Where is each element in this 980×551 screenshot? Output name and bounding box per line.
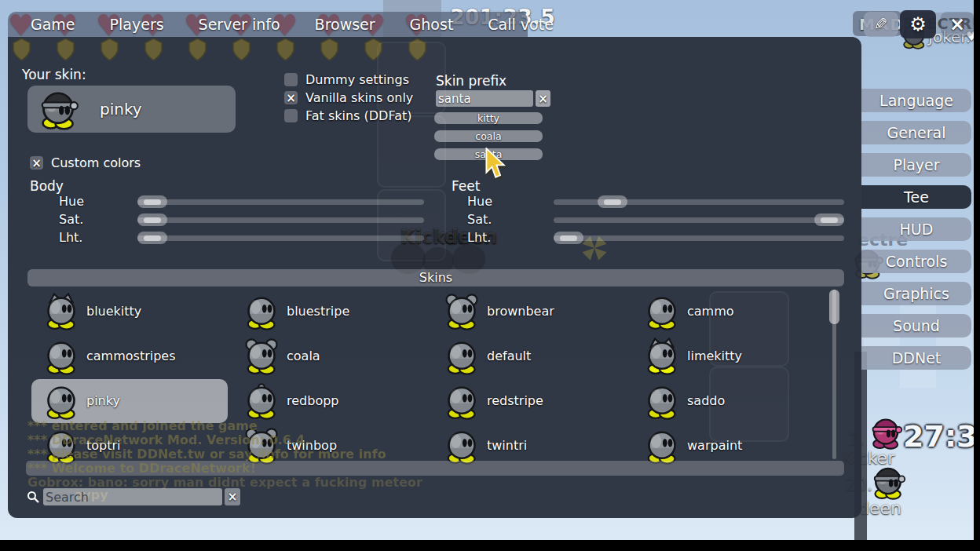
option-label: Dummy settings: [305, 72, 409, 87]
spectator-tee-deen: [870, 464, 906, 503]
tab-player[interactable]: Player: [861, 153, 971, 177]
gear-icon: ⚙: [909, 13, 927, 35]
skin-item-coala[interactable]: coala: [232, 334, 428, 378]
slider-handle-grip: [560, 235, 577, 241]
prefix-suggestion-kitty[interactable]: kitty: [434, 112, 543, 124]
tab-ddnet[interactable]: DDNet: [861, 346, 971, 370]
current-skin-box[interactable]: pinky: [27, 86, 236, 133]
spectator-time: 27:37: [903, 419, 980, 454]
chat-line: *** DDraceNetwork Mod. Version: 0.6.4,: [27, 432, 309, 447]
search-input-wrap: [43, 488, 222, 505]
skin-item-name: cammostripes: [86, 348, 176, 363]
settings-button: ⚙: [900, 10, 936, 38]
skin-item-name: pinky: [86, 393, 120, 408]
slider-label-lht: Lht.: [59, 230, 82, 245]
letterbox-right: [974, 0, 980, 551]
skin-item-pinky[interactable]: pinky: [31, 379, 228, 423]
pencil-icon: ✎: [874, 15, 888, 34]
skin-item-cammo[interactable]: cammo: [632, 290, 828, 334]
tab-tee[interactable]: Tee: [861, 185, 971, 209]
letterbox-bottom: [0, 540, 980, 551]
slider-label-sat: Sat.: [467, 212, 492, 227]
menu-tab-players[interactable]: Players: [110, 16, 164, 33]
skin-prefix-clear-button[interactable]: ×: [536, 90, 550, 107]
option-label: Fat skins (DDFat): [305, 108, 411, 123]
slider-handle[interactable]: [137, 232, 167, 244]
slider-track[interactable]: [137, 199, 424, 205]
slider-handle[interactable]: [137, 195, 167, 208]
skin-item-name: cammo: [687, 304, 734, 319]
slider-handle[interactable]: [554, 232, 583, 244]
skin-item-name: bluekitty: [86, 304, 141, 319]
tab-controls[interactable]: Controls: [861, 250, 971, 273]
option-checkbox[interactable]: [284, 109, 298, 122]
skin-item-saddo[interactable]: saddo: [632, 379, 828, 423]
skins-scrollbar-handle[interactable]: [829, 290, 839, 324]
tab-hud[interactable]: HUD: [861, 217, 971, 241]
menu-tab-server-info[interactable]: Server info: [199, 16, 280, 33]
slider-handle[interactable]: [598, 195, 627, 208]
slider-handle[interactable]: [814, 213, 844, 226]
option-checkbox[interactable]: ×: [284, 91, 298, 104]
chat-line: *** entered and joined the game: [27, 418, 258, 433]
option-checkbox[interactable]: [284, 73, 298, 86]
slider-handle-grip: [144, 235, 161, 241]
skin-item-name: redstripe: [487, 393, 543, 408]
skin-item-name: warpaint: [687, 438, 742, 453]
skin-item-name: redbopp: [287, 393, 338, 408]
skin-prefix-input[interactable]: [436, 90, 533, 107]
menu-tab-call-vote[interactable]: Call vote: [488, 16, 554, 33]
skin-item-name: default: [487, 348, 531, 363]
skin-item-name: limekitty: [687, 348, 742, 363]
skin-item-cammostripes[interactable]: cammostripes: [31, 334, 228, 378]
slider-track[interactable]: [554, 235, 844, 241]
slider-track[interactable]: [137, 217, 424, 223]
tab-graphics[interactable]: Graphics: [861, 282, 971, 305]
skin-item-limekitty[interactable]: limekitty: [632, 334, 828, 378]
slider-label-lht: Lht.: [467, 230, 491, 245]
settings-panel: Kicker deen Your skin: pinky Dummy setti…: [8, 37, 861, 518]
custom-colors-label: Custom colors: [51, 155, 141, 170]
slider-track[interactable]: [137, 235, 424, 241]
chat-line: *** please visit DDNet.tw or say /info f…: [27, 447, 386, 462]
skin-item-redstripe[interactable]: redstripe: [432, 379, 628, 423]
skin-item-bluekitty[interactable]: bluekitty: [31, 290, 228, 334]
slider-label-hue: Hue: [467, 194, 492, 209]
close-icon: ×: [949, 13, 965, 35]
menu-bar: GamePlayersServer infoBrowserGhostCall v…: [8, 12, 528, 37]
tab-sound[interactable]: Sound: [861, 314, 971, 338]
tab-general[interactable]: General: [861, 121, 971, 144]
slider-handle[interactable]: [137, 213, 167, 226]
tab-language[interactable]: Language: [861, 89, 971, 112]
chat-line: *** Welcome to DDraceNetwork!: [27, 461, 256, 476]
skin-item-brownbear[interactable]: brownbear: [432, 290, 628, 334]
slider-handle-grip: [604, 199, 621, 205]
slider-handle-grip: [821, 217, 838, 223]
slider-handle-grip: [144, 199, 161, 205]
skin-item-redbopp[interactable]: redbopp: [232, 379, 428, 423]
slider-handle-grip: [144, 217, 161, 223]
menu-tab-browser[interactable]: Browser: [315, 16, 375, 33]
skin-item-name: bluestripe: [287, 304, 349, 319]
custom-colors-row[interactable]: × Custom colors: [30, 156, 187, 170]
mouse-cursor: [481, 148, 509, 182]
feet-section-label: Feet: [452, 178, 480, 194]
settings-sidebar: LanguageGeneralPlayerTeeHUDControlsGraph…: [861, 89, 971, 370]
your-skin-label: Your skin:: [22, 67, 86, 82]
prefix-suggestion-coala[interactable]: coala: [434, 130, 543, 142]
current-skin-name: pinky: [100, 100, 142, 119]
menu-tab-game[interactable]: Game: [31, 16, 75, 33]
menu-tab-ghost[interactable]: Ghost: [410, 16, 454, 33]
body-section-label: Body: [30, 178, 64, 194]
slider-track[interactable]: [554, 217, 844, 223]
option-label: Vanilla skins only: [305, 90, 413, 105]
slider-label-sat: Sat.: [59, 212, 83, 227]
skin-prefix-input-wrap: [436, 90, 533, 107]
search-clear-button[interactable]: ×: [225, 488, 240, 505]
custom-colors-checkbox[interactable]: ×: [30, 156, 43, 170]
search-input[interactable]: [43, 488, 222, 505]
slider-label-hue: Hue: [59, 194, 84, 209]
skin-item-default[interactable]: default: [432, 334, 628, 378]
edit-button: ✎: [864, 12, 898, 37]
skin-item-bluestripe[interactable]: bluestripe: [232, 290, 428, 334]
